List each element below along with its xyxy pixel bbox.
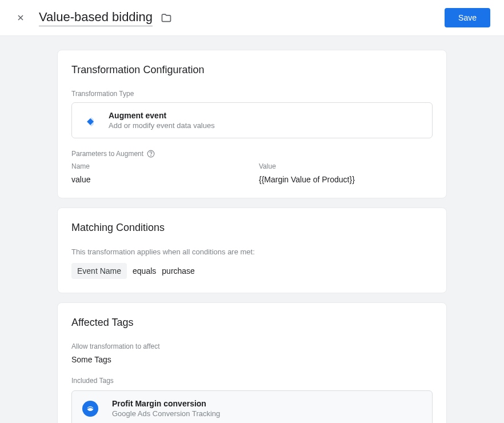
title-wrap: Value-based bidding (39, 10, 445, 26)
param-name-col: Name value (71, 162, 245, 184)
included-tag-item[interactable]: Profit Margin conversion Google Ads Conv… (71, 390, 433, 423)
tags-card: Affected Tags Allow transformation to af… (57, 302, 447, 423)
page-body: Transformation Configuration Transformat… (0, 35, 504, 423)
save-button[interactable]: Save (445, 8, 490, 27)
config-title: Transformation Configuration (71, 64, 433, 76)
param-value-col: Value {{Margin Value of Product}} (259, 162, 433, 184)
header-bar: Value-based bidding Save (0, 0, 504, 35)
condition-operator: equals (133, 266, 156, 276)
svg-point-6 (87, 406, 94, 411)
conditions-card: Matching Conditions This transformation … (57, 207, 447, 293)
svg-point-5 (151, 155, 151, 156)
param-name-label: Name (71, 162, 245, 170)
conditions-title: Matching Conditions (71, 222, 433, 234)
folder-button[interactable] (161, 12, 172, 23)
condition-row: Event Name equals purchase (71, 263, 433, 279)
condition-value: purchase (162, 266, 195, 276)
google-ads-icon (82, 401, 98, 417)
config-card: Transformation Configuration Transformat… (57, 50, 447, 198)
type-name: Augment event (109, 111, 215, 120)
params-section: Parameters to Augment Name value Value { (71, 150, 433, 184)
params-row: Name value Value {{Margin Value of Produ… (71, 162, 433, 184)
allow-label: Allow transformation to affect (71, 342, 433, 350)
type-texts: Augment event Add or modify event data v… (109, 111, 215, 130)
close-icon (16, 13, 25, 22)
tag-type: Google Ads Conversion Tracking (112, 409, 220, 418)
help-icon (147, 150, 155, 158)
tags-title: Affected Tags (71, 317, 433, 329)
params-label: Parameters to Augment (71, 150, 143, 158)
included-label: Included Tags (71, 377, 433, 385)
page-title[interactable]: Value-based bidding (39, 10, 153, 26)
tag-name: Profit Margin conversion (112, 399, 220, 408)
params-label-row: Parameters to Augment (71, 150, 433, 158)
augment-icon (82, 115, 94, 126)
folder-icon (161, 12, 172, 23)
type-desc: Add or modify event data values (109, 121, 215, 130)
transformation-type-selector[interactable]: Augment event Add or modify event data v… (71, 102, 433, 138)
allow-value: Some Tags (71, 355, 433, 364)
tag-texts: Profit Margin conversion Google Ads Conv… (112, 399, 220, 418)
close-button[interactable] (14, 11, 27, 25)
conditions-desc: This transformation applies when all con… (71, 248, 433, 256)
help-button[interactable] (147, 150, 155, 158)
condition-field: Event Name (71, 263, 127, 279)
param-value-value: {{Margin Value of Product}} (259, 175, 433, 184)
type-label: Transformation Type (71, 90, 433, 98)
param-name-value: value (71, 175, 245, 184)
param-value-label: Value (259, 162, 433, 170)
